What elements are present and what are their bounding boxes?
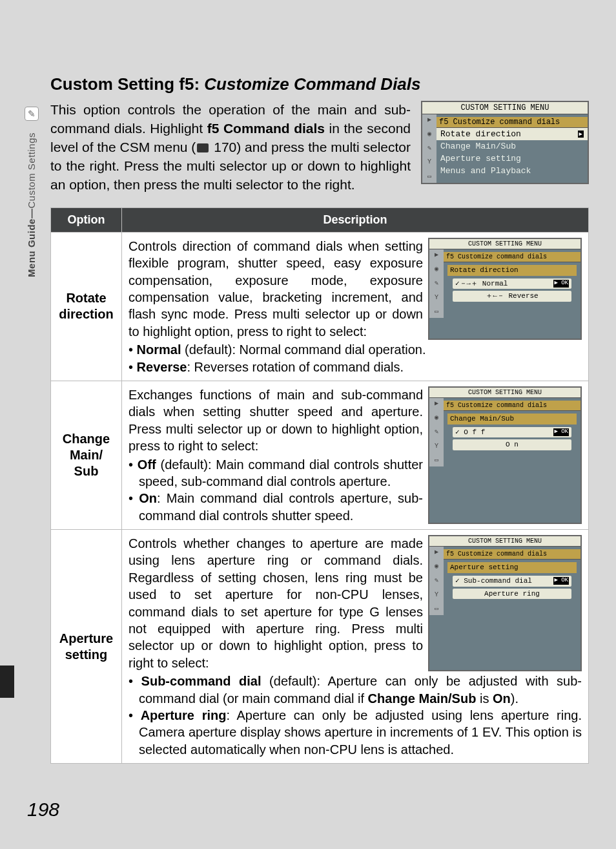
wrench-icon: Y [432, 591, 441, 600]
camera-icon: ◉ [432, 414, 441, 423]
ok-icon: ▶ OK [553, 280, 569, 288]
lcd-row: Menus and Playback [436, 165, 588, 177]
lcd-subtitle: f5 Customize command dials [436, 117, 588, 128]
camera-icon: ◉ [432, 562, 441, 571]
page-title: Custom Setting f5: Customize Command Dia… [50, 74, 589, 94]
wrench-icon: Y [425, 158, 434, 167]
lcd-main-screenshot: CUSTOM SETTING MENU ▶ ◉ ✎ Y ▭ f5 Customi… [421, 101, 589, 184]
page-number: 198 [27, 799, 59, 821]
pencil-icon: ✎ [432, 576, 441, 585]
play-icon: ▶ [425, 116, 434, 125]
lcd-row: Change Main/Sub [436, 140, 588, 152]
options-table: Option Description Rotate direction Cont… [50, 207, 589, 764]
card-icon: ▭ [432, 605, 441, 614]
lcd-change-screenshot: CUSTOM SETTING MENU ▶ ◉ ✎ Y ▭ [428, 386, 582, 524]
option-desc-aperture: Controls whether changes to aperture are… [122, 530, 589, 764]
card-icon: ▭ [425, 173, 434, 182]
camera-icon: ◉ [432, 265, 441, 274]
play-icon: ▶ [432, 399, 441, 408]
card-icon: ▭ [432, 308, 441, 317]
lcd-row-highlighted: Rotate direction▶ [436, 128, 588, 140]
wrench-icon: Y [432, 442, 441, 451]
ok-icon: ▶ OK [553, 577, 569, 585]
guide-icon: ✎ [25, 107, 39, 121]
page-ref-icon [197, 143, 209, 152]
lcd-aperture-screenshot: CUSTOM SETTING MENU ▶ ◉ ✎ Y ▭ [428, 535, 582, 671]
option-desc-change: Exchanges functions of main and sub-comm… [122, 381, 589, 529]
pencil-icon: ✎ [432, 279, 441, 288]
intro-paragraph: This option controls the operation of th… [50, 101, 411, 194]
card-icon: ▭ [432, 456, 441, 465]
play-icon: ▶ [432, 251, 441, 260]
lcd-row: Aperture setting [436, 152, 588, 165]
option-label-change: Change Main/ Sub [51, 381, 122, 529]
pencil-icon: ✎ [425, 144, 434, 153]
chevron-right-icon: ▶ [578, 131, 584, 138]
ok-icon: ▶ OK [553, 428, 569, 436]
wrench-icon: Y [432, 293, 441, 302]
lcd-rotate-screenshot: CUSTOM SETTING MENU ▶ ◉ ✎ Y ▭ [428, 238, 582, 340]
option-desc-rotate: Controls direction of command dials when… [122, 232, 589, 381]
sidebar-label: Menu Guide—Custom Settings [26, 132, 37, 277]
lcd-title: CUSTOM SETTING MENU [422, 102, 588, 114]
pencil-icon: ✎ [432, 428, 441, 437]
camera-icon: ◉ [425, 130, 434, 139]
table-header-description: Description [122, 207, 589, 232]
play-icon: ▶ [432, 548, 441, 557]
option-label-aperture: Aperture setting [51, 530, 122, 764]
table-header-option: Option [51, 207, 122, 232]
option-label-rotate: Rotate direction [51, 232, 122, 381]
